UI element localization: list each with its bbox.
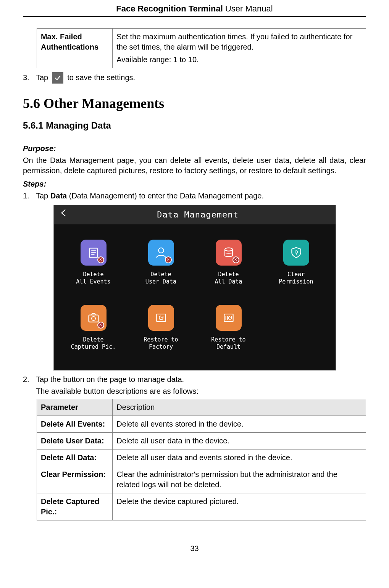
delete-badge-icon: × [97, 322, 104, 329]
svg-point-4 [158, 248, 163, 253]
svg-point-5 [225, 248, 232, 251]
page-number: 33 [23, 543, 366, 554]
step-3-num: 3. [23, 72, 32, 83]
param-desc: Set the maximum authentication times. If… [113, 28, 366, 68]
svg-point-9 [92, 316, 95, 320]
purpose-text: On the Data Management page, you can del… [23, 155, 366, 176]
button-description-table: Parameter Description Delete All Events:… [37, 399, 366, 520]
device-screenshot: Data Management × Delete All Events × De… [53, 205, 336, 371]
device-title: Data Management [77, 209, 319, 221]
purpose-label: Purpose: [23, 143, 366, 154]
delete-badge-icon: × [232, 256, 239, 263]
step-2-text: Tap the button on the page to manage dat… [36, 374, 366, 385]
delete-badge-icon: × [97, 256, 104, 263]
camera-icon: × [81, 305, 107, 331]
check-save-icon [52, 72, 63, 84]
table-row: Clear Permission: Clear the administrato… [37, 466, 366, 493]
table-row: Delete All Events: Delete all events sto… [37, 416, 366, 432]
section-5-6-heading: 5.6 Other Managements [23, 94, 366, 113]
clear-permission-button[interactable]: Clear Permission [264, 240, 328, 286]
table-row: Delete User Data: Delete all user data i… [37, 432, 366, 449]
delete-badge-icon: × [165, 256, 172, 263]
step-1-num: 1. [23, 191, 32, 201]
step-1: 1. Tap Data (Data Management) to enter t… [23, 191, 366, 201]
delete-captured-pic-button[interactable]: × Delete Captured Pic. [61, 305, 125, 351]
svg-rect-8 [89, 315, 98, 322]
notepad-icon: × [81, 240, 107, 266]
param-name: Max. Failed Authentications [37, 28, 112, 68]
user-icon: × [148, 240, 174, 266]
step-3: 3. Tap to save the settings. [23, 72, 366, 84]
step-2-subtext: The available button descriptions are as… [36, 386, 366, 396]
col-parameter: Parameter [37, 399, 112, 416]
step-1-text: Tap Data (Data Management) to enter the … [36, 191, 366, 201]
svg-point-6 [295, 251, 297, 253]
section-5-6-1-heading: 5.6.1 Managing Data [23, 119, 366, 132]
page-header: Face Recognition Terminal User Manual [23, 3, 366, 17]
device-titlebar: Data Management [54, 205, 336, 224]
database-icon: × [216, 240, 242, 266]
step-3-pre: Tap [36, 72, 48, 83]
restore-factory-button[interactable]: Restore to Factory [129, 305, 193, 351]
table-row: Delete All Data: Delete all user data an… [37, 449, 366, 466]
shield-icon [283, 240, 309, 266]
delete-user-data-button[interactable]: × Delete User Data [129, 240, 193, 286]
header-title-bold: Face Recognition Terminal [116, 4, 223, 13]
table-row: Delete Captured Pic.: Delete the device … [37, 493, 366, 520]
col-description: Description [113, 399, 366, 416]
step-2: 2. Tap the button on the page to manage … [23, 374, 366, 385]
restore-default-button[interactable]: Restore to Default [197, 305, 260, 351]
delete-all-data-button[interactable]: × Delete All Data [197, 240, 260, 286]
step-3-post: to save the settings. [67, 72, 135, 83]
steps-label: Steps: [23, 179, 366, 189]
default-reset-icon [216, 305, 242, 331]
max-failed-auth-table: Max. Failed Authentications Set the maxi… [37, 28, 366, 68]
header-title-rest: User Manual [223, 4, 273, 13]
factory-reset-icon [148, 305, 174, 331]
step-2-num: 2. [23, 374, 32, 385]
delete-all-events-button[interactable]: × Delete All Events [61, 240, 125, 286]
back-arrow-icon[interactable] [59, 208, 69, 221]
